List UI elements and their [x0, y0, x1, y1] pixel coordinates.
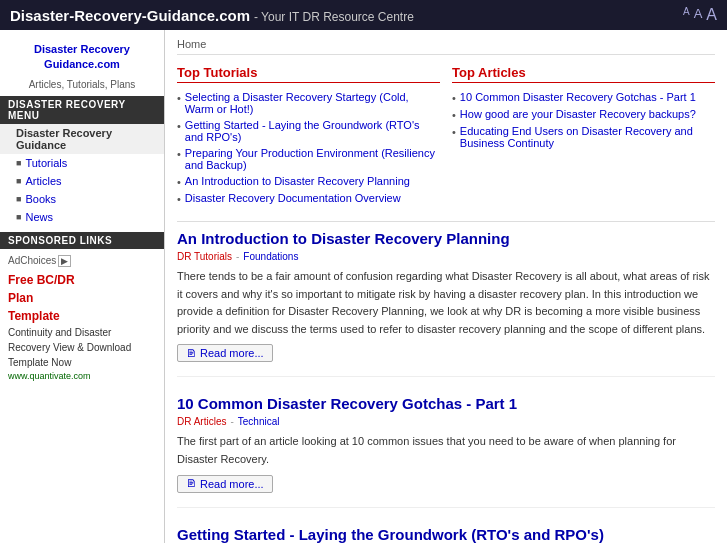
bullet-icon: ■: [16, 176, 21, 186]
ad-headline[interactable]: Free BC/DRPlanTemplate: [8, 271, 156, 325]
breadcrumb: Home: [177, 38, 715, 55]
ad-body: Continuity and Disaster Recovery View & …: [8, 325, 156, 370]
top-tutorials-section: Top Tutorials Selecting a Disaster Recov…: [177, 65, 440, 207]
bullet-icon: ■: [16, 194, 21, 204]
list-item[interactable]: Preparing Your Production Environment (R…: [177, 145, 440, 173]
ad-content: Free BC/DRPlanTemplate Continuity and Di…: [8, 271, 156, 384]
top-tutorials-list: Selecting a Disaster Recovery Startegy (…: [177, 89, 440, 207]
tutorial-link[interactable]: Getting Started - Laying the Groundwork …: [185, 119, 440, 143]
tutorial-link[interactable]: Selecting a Disaster Recovery Startegy (…: [185, 91, 440, 115]
header-title: Disaster-Recovery-Guidance.com - Your IT…: [10, 7, 414, 24]
article-3: Getting Started - Laying the Groundwork …: [177, 526, 715, 543]
tutorial-link[interactable]: Disaster Recovery Documentation Overview: [185, 192, 401, 204]
article-2-title[interactable]: 10 Common Disaster Recovery Gotchas - Pa…: [177, 395, 715, 412]
article-1-body: There tends to be a fair amount of confu…: [177, 268, 715, 338]
sidebar-item-books[interactable]: ■ Books: [0, 190, 164, 208]
sidebar-item-label: Tutorials: [25, 157, 67, 169]
read-more-1[interactable]: 🖹 Read more...: [177, 344, 273, 362]
top-articles-title: Top Articles: [452, 65, 715, 83]
list-item[interactable]: How good are your Disaster Recovery back…: [452, 106, 715, 123]
sidebar-item-label: Books: [25, 193, 56, 205]
read-more-2[interactable]: 🖹 Read more...: [177, 475, 273, 493]
sidebar-site-subtitle: Articles, Tutorials, Plans: [0, 77, 164, 96]
sidebar-sponsored-header: SPONSORED LINKS: [0, 232, 164, 249]
meta-tag[interactable]: Foundations: [243, 251, 298, 262]
tutorial-link[interactable]: An Introduction to Disaster Recovery Pla…: [185, 175, 410, 187]
meta-sep: -: [236, 251, 239, 262]
site-header: Disaster-Recovery-Guidance.com - Your IT…: [0, 0, 727, 30]
font-controls: A A A: [683, 6, 717, 24]
list-item[interactable]: 10 Common Disaster Recovery Gotchas - Pa…: [452, 89, 715, 106]
section-divider: [177, 221, 715, 222]
article-link[interactable]: Educating End Users on Disaster Recovery…: [460, 125, 715, 149]
ad-block: AdChoices ▶ Free BC/DRPlanTemplate Conti…: [0, 249, 164, 390]
meta-category: DR Articles: [177, 416, 226, 427]
read-more-label: Read more...: [200, 347, 264, 359]
bullet-icon: ■: [16, 158, 21, 168]
article-3-title[interactable]: Getting Started - Laying the Groundwork …: [177, 526, 715, 543]
read-more-icon: 🖹: [186, 348, 196, 359]
article-link[interactable]: How good are your Disaster Recovery back…: [460, 108, 696, 120]
ad-url: www.quantivate.com: [8, 370, 156, 384]
ad-choices: AdChoices ▶: [8, 255, 156, 267]
top-articles-section: Top Articles 10 Common Disaster Recovery…: [452, 65, 715, 207]
article-2-meta: DR Articles - Technical: [177, 416, 715, 427]
list-item[interactable]: Selecting a Disaster Recovery Startegy (…: [177, 89, 440, 117]
sidebar-item-articles[interactable]: ■ Articles: [0, 172, 164, 190]
ad-choices-icon: ▶: [58, 255, 71, 267]
main-layout: Disaster RecoveryGuidance.com Articles, …: [0, 30, 727, 543]
list-item[interactable]: Disaster Recovery Documentation Overview: [177, 190, 440, 207]
article-2: 10 Common Disaster Recovery Gotchas - Pa…: [177, 395, 715, 507]
font-med[interactable]: A: [694, 6, 703, 24]
article-link[interactable]: 10 Common Disaster Recovery Gotchas - Pa…: [460, 91, 696, 103]
meta-category: DR Tutorials: [177, 251, 232, 262]
article-1-meta: DR Tutorials - Foundations: [177, 251, 715, 262]
sidebar: Disaster RecoveryGuidance.com Articles, …: [0, 30, 165, 543]
main-content: Home Top Tutorials Selecting a Disaster …: [165, 30, 727, 543]
site-name: Disaster-Recovery-Guidance.com: [10, 7, 250, 24]
sidebar-menu-header: DISASTER RECOVERY MENU: [0, 96, 164, 124]
meta-sep: -: [230, 416, 233, 427]
site-tagline: - Your IT DR Resource Centre: [254, 10, 414, 24]
list-item[interactable]: An Introduction to Disaster Recovery Pla…: [177, 173, 440, 190]
top-sections: Top Tutorials Selecting a Disaster Recov…: [177, 65, 715, 207]
bullet-icon: ■: [16, 212, 21, 222]
sidebar-item-label: Articles: [25, 175, 61, 187]
ad-choices-label: AdChoices: [8, 255, 56, 266]
article-2-body: The first part of an article looking at …: [177, 433, 715, 468]
sidebar-item-tutorials[interactable]: ■ Tutorials: [0, 154, 164, 172]
top-tutorials-title: Top Tutorials: [177, 65, 440, 83]
list-item[interactable]: Educating End Users on Disaster Recovery…: [452, 123, 715, 151]
read-more-label: Read more...: [200, 478, 264, 490]
sidebar-item-dr-guidance[interactable]: Disaster Recovery Guidance: [0, 124, 164, 154]
read-more-icon: 🖹: [186, 478, 196, 489]
font-large[interactable]: A: [706, 6, 717, 24]
font-small[interactable]: A: [683, 6, 690, 24]
article-1: An Introduction to Disaster Recovery Pla…: [177, 230, 715, 377]
sidebar-site-title: Disaster RecoveryGuidance.com: [0, 38, 164, 77]
tutorial-link[interactable]: Preparing Your Production Environment (R…: [185, 147, 440, 171]
sidebar-item-label: News: [25, 211, 53, 223]
top-articles-list: 10 Common Disaster Recovery Gotchas - Pa…: [452, 89, 715, 151]
list-item[interactable]: Getting Started - Laying the Groundwork …: [177, 117, 440, 145]
sidebar-item-news[interactable]: ■ News: [0, 208, 164, 226]
meta-tag[interactable]: Technical: [238, 416, 280, 427]
article-1-title[interactable]: An Introduction to Disaster Recovery Pla…: [177, 230, 715, 247]
sidebar-item-label: Disaster Recovery Guidance: [16, 127, 156, 151]
